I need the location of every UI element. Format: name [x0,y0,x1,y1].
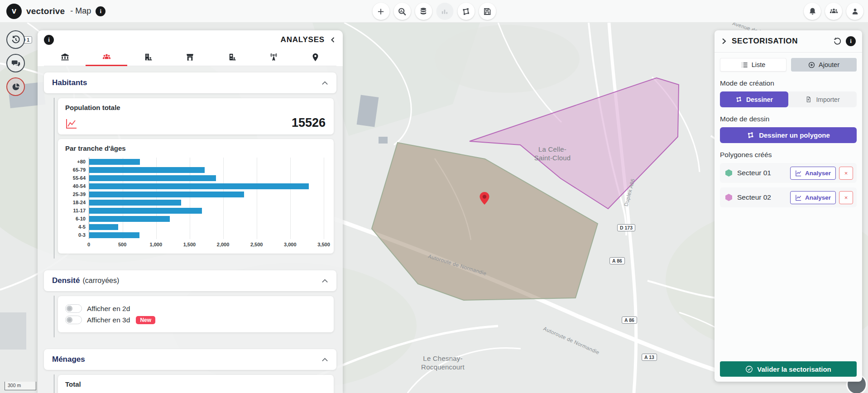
age-category-label: 6-10 [65,215,89,223]
tab-places[interactable] [295,48,336,66]
age-category-label: 40-54 [65,182,89,190]
age-bar [89,200,181,206]
account-toolbar [804,3,863,20]
age-bar [89,224,118,230]
tab-antennas[interactable] [253,48,294,66]
sectorisation-info-icon[interactable]: i [846,36,856,46]
analyses-title: ANALYSES [281,35,325,44]
tab-bank[interactable] [44,48,86,66]
age-chart-card: Par tranche d'âges +8065-7955-6440-5425-… [58,139,334,254]
dessiner-polygone-button[interactable]: Dessiner un polygone [720,127,857,143]
toggle-3d-label: Afficher en 3d [87,316,130,324]
analyses-content: Habitants Population totale 15526 Par tr… [38,66,343,393]
add-button[interactable] [372,3,389,20]
chevron-up-icon [321,278,328,284]
valider-sectorisation-button[interactable]: Valider la sectorisation [720,361,857,377]
menages-body: Total 5861 [54,374,334,393]
analyser-button[interactable]: Analyser [790,167,836,180]
age-category-label: 65-79 [65,166,89,174]
section-menages-header[interactable]: Ménages [44,349,336,370]
tab-buildings[interactable] [128,48,169,66]
history-button[interactable] [6,30,25,49]
vectorive-logo: v [6,4,22,19]
line-chart-icon [795,170,802,177]
polygon-row: Secteur 02Analyser× [720,187,857,207]
menages-total-label: Total [65,380,326,388]
habitants-body: Population totale 15526 Par tranche d'âg… [54,98,334,259]
age-category-label: 0-3 [65,231,89,239]
valider-label: Valider la sectorisation [757,365,831,373]
age-bar [89,175,216,181]
map-place-label: Le Chesnay- Rocquencourt [421,355,465,372]
age-bar [89,192,244,197]
x-axis-tick: 1,000 [150,242,163,247]
toggle-2d-label: Afficher en 2d [87,305,130,313]
polygon-list: Secteur 01Analyser×Secteur 02Analyser× [720,163,857,207]
analyses-panel: i ANALYSES [38,30,343,393]
mode-creation-buttons: Dessiner Importer [720,91,857,107]
importer-button[interactable]: Importer [788,91,857,107]
list-icon [741,62,748,68]
search-stats-button[interactable] [393,3,411,20]
tab-services[interactable] [211,48,253,66]
app-info-icon[interactable]: i [96,6,106,16]
team-button[interactable] [825,3,842,20]
densite-body: Afficher en 2d Afficher en 3d New [54,296,334,337]
chevron-up-icon [321,80,328,86]
sectorisation-title: SECTORISATION [732,37,798,46]
analyses-info-icon[interactable]: i [44,35,54,45]
age-bar [89,232,139,238]
chat-button[interactable] [6,54,25,72]
population-label: Population totale [65,104,326,111]
toggle-3d[interactable] [65,316,82,324]
mode-creation-label: Mode de création [720,79,857,87]
sectorisation-header: SECTORISATION i [715,30,862,53]
tab-shops[interactable] [169,48,211,66]
bar-chart-button[interactable] [436,3,453,20]
section-densite-header[interactable]: Densité (carroyées) [44,270,336,291]
mode-dessin-label: Mode de dessin [720,115,857,123]
age-category-label: 25-39 [65,190,89,198]
tab-ajouter[interactable]: Ajouter [791,58,857,72]
analyser-button[interactable]: Analyser [790,191,836,204]
dessiner-button[interactable]: Dessiner [720,91,788,107]
tab-liste[interactable]: Liste [720,58,786,72]
notifications-button[interactable] [804,3,821,20]
age-category-label: 18-24 [65,198,89,206]
age-chart-categories: +8065-7955-6440-5425-3918-2411-176-104-5… [65,158,89,239]
app-name: vectorive [26,6,65,16]
section-habitants-header[interactable]: Habitants [44,72,336,93]
pie-chart-button[interactable] [6,77,25,96]
age-category-label: 4-5 [65,223,89,231]
draw-polygon-icon [735,96,742,103]
save-button[interactable] [479,3,496,20]
collapse-panel-icon[interactable] [721,38,727,44]
dessiner-polygone-label: Dessiner un polygone [759,131,830,139]
sectorisation-panel: SECTORISATION i Liste Ajoute [715,30,862,382]
refresh-icon[interactable] [833,37,841,46]
account-button[interactable] [846,3,863,20]
toggle-2d[interactable] [65,304,82,313]
age-chart-title: Par tranche d'âges [65,144,326,152]
analyses-header: i ANALYSES [38,30,343,66]
delete-sector-button[interactable]: × [839,191,853,204]
road-shield: A 13 [642,354,657,361]
tab-population[interactable] [86,48,127,66]
polygon-row: Secteur 01Analyser× [720,163,857,183]
brand: v vectorive - Map i [0,4,106,19]
sector-name: Secteur 01 [737,169,771,177]
polygon-edit-button[interactable] [457,3,475,20]
top-bar: v vectorive - Map i [0,0,868,23]
section-title: Ménages [52,355,85,364]
analyses-tabs [44,48,336,66]
database-button[interactable] [415,3,432,20]
densite-card: Afficher en 2d Afficher en 3d New [58,296,334,332]
polygones-crees-label: Polygones créés [720,151,857,159]
map-scale-bar: 300 m [5,382,36,390]
population-value: 15526 [292,116,326,130]
collapse-panel-icon[interactable] [329,36,336,43]
delete-sector-button[interactable]: × [839,167,853,180]
age-bar [89,183,309,189]
age-bar-chart: +8065-7955-6440-5425-3918-2411-176-104-5… [65,158,326,248]
app-window: La Celle- Saint-CloudLe Chesnay- Rocquen… [0,0,868,393]
